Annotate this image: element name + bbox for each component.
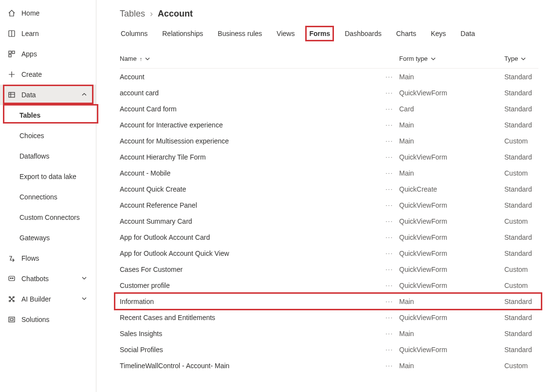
- cell-formtype: Card: [399, 105, 504, 113]
- table-row[interactable]: Account - Mobile ··· Main Custom: [120, 165, 538, 181]
- cell-name[interactable]: Cases For Customer: [120, 266, 380, 273]
- cell-formtype: QuickViewForm: [399, 233, 504, 241]
- cell-name[interactable]: Account Quick Create: [120, 185, 380, 193]
- cell-formtype: QuickViewForm: [399, 266, 504, 273]
- cell-formtype: Main: [399, 362, 504, 370]
- cell-name[interactable]: Sales Insights: [120, 330, 380, 338]
- sidebar-item-export-to-data-lake[interactable]: Export to data lake: [0, 166, 96, 187]
- cell-name[interactable]: Account Card form: [120, 105, 380, 113]
- column-header-name[interactable]: Name ↑: [120, 55, 380, 62]
- tab-views[interactable]: Views: [276, 28, 295, 39]
- cell-name[interactable]: Account for Interactive experience: [120, 121, 380, 129]
- table-row[interactable]: Account Reference Panel ··· QuickViewFor…: [120, 197, 538, 213]
- table-row[interactable]: Account Quick Create ··· QuickCreate Sta…: [120, 181, 538, 197]
- table-row[interactable]: Account ··· Main Standard: [120, 69, 538, 85]
- row-actions-button[interactable]: ···: [380, 266, 399, 273]
- row-actions-button[interactable]: ···: [380, 330, 399, 337]
- cell-name[interactable]: Account: [120, 73, 380, 81]
- cell-name[interactable]: TimelineWallControl - Account- Main: [120, 362, 380, 370]
- sidebar-item-tables[interactable]: Tables: [0, 105, 96, 125]
- table-row[interactable]: Account Summary Card ··· QuickViewForm C…: [120, 213, 538, 229]
- cell-name[interactable]: Recent Cases and Entitlements: [120, 314, 380, 321]
- row-actions-button[interactable]: ···: [380, 202, 399, 209]
- column-header-type[interactable]: Type: [504, 55, 538, 62]
- sidebar-item-dataflows[interactable]: Dataflows: [0, 146, 96, 166]
- table-row[interactable]: Information ··· Main Standard: [120, 293, 538, 309]
- row-actions-button[interactable]: ···: [380, 218, 399, 225]
- breadcrumb-parent[interactable]: Tables: [120, 9, 145, 19]
- row-actions-button[interactable]: ···: [380, 282, 399, 289]
- row-actions-button[interactable]: ···: [380, 250, 399, 257]
- sidebar-item-chatbots[interactable]: Chatbots: [0, 268, 96, 289]
- cell-name[interactable]: Customer profile: [120, 282, 380, 289]
- cell-formtype: Main: [399, 169, 504, 177]
- tab-forms[interactable]: Forms: [308, 28, 331, 39]
- cell-name[interactable]: App for Outlook Account Quick View: [120, 249, 380, 257]
- table-row[interactable]: Sales Insights ··· Main Standard: [120, 325, 538, 341]
- cell-name[interactable]: Account Reference Panel: [120, 201, 380, 209]
- table-row[interactable]: Customer profile ··· QuickViewForm Custo…: [120, 277, 538, 293]
- sidebar-item-solutions[interactable]: Solutions: [0, 309, 96, 330]
- cell-name[interactable]: Account Hierarchy Tile Form: [120, 153, 380, 161]
- sidebar-item-create[interactable]: Create: [0, 64, 96, 85]
- table-row[interactable]: Cases For Customer ··· QuickViewForm Cus…: [120, 261, 538, 277]
- sidebar-item-data[interactable]: Data: [0, 85, 96, 105]
- row-actions-button[interactable]: ···: [380, 314, 399, 321]
- column-header-formtype[interactable]: Form type: [399, 55, 504, 62]
- sidebar-item-gateways[interactable]: Gateways: [0, 228, 96, 248]
- table-row[interactable]: Account Card form ··· Card Standard: [120, 101, 538, 117]
- row-actions-button[interactable]: ···: [380, 154, 399, 160]
- row-actions-button[interactable]: ···: [380, 122, 399, 128]
- svg-point-6: [10, 278, 11, 279]
- table-row[interactable]: Recent Cases and Entitlements ··· QuickV…: [120, 309, 538, 325]
- tab-data[interactable]: Data: [460, 28, 476, 39]
- table-row[interactable]: Account for Interactive experience ··· M…: [120, 117, 538, 133]
- row-actions-button[interactable]: ···: [380, 89, 399, 96]
- table-row[interactable]: account card ··· QuickViewForm Standard: [120, 85, 538, 101]
- table-row[interactable]: TimelineWallControl - Account- Main ··· …: [120, 357, 538, 374]
- tab-keys[interactable]: Keys: [430, 28, 447, 39]
- sidebar-item-label: Home: [21, 9, 88, 17]
- sidebar-item-connections[interactable]: Connections: [0, 187, 96, 207]
- tab-columns[interactable]: Columns: [120, 28, 148, 39]
- cell-type: Custom: [504, 137, 538, 145]
- cell-type: Standard: [504, 298, 538, 305]
- chevron-up-icon: [81, 91, 88, 98]
- row-actions-button[interactable]: ···: [380, 186, 399, 193]
- sidebar-item-custom-connectors[interactable]: Custom Connectors: [0, 207, 96, 228]
- sidebar-item-flows[interactable]: Flows: [0, 248, 96, 268]
- row-actions-button[interactable]: ···: [380, 298, 399, 305]
- tab-business-rules[interactable]: Business rules: [217, 28, 263, 39]
- table-row[interactable]: App for Outlook Account Card ··· QuickVi…: [120, 229, 538, 245]
- cell-name[interactable]: App for Outlook Account Card: [120, 233, 380, 241]
- chevron-down-icon: [431, 56, 436, 61]
- table-row[interactable]: Account for Multisession experience ··· …: [120, 133, 538, 149]
- row-actions-button[interactable]: ···: [380, 106, 399, 112]
- row-actions-button[interactable]: ···: [380, 234, 399, 241]
- row-actions-button[interactable]: ···: [380, 138, 399, 144]
- sidebar-item-apps[interactable]: Apps: [0, 44, 96, 64]
- chevron-down-icon: [145, 56, 150, 61]
- cell-name[interactable]: Account for Multisession experience: [120, 137, 380, 145]
- sidebar-item-learn[interactable]: Learn: [0, 23, 96, 44]
- cell-name[interactable]: Account Summary Card: [120, 217, 380, 225]
- cell-name[interactable]: Social Profiles: [120, 346, 380, 354]
- chevron-down-icon: [81, 296, 88, 303]
- row-actions-button[interactable]: ···: [380, 73, 399, 80]
- cell-name[interactable]: Account - Mobile: [120, 169, 380, 177]
- table-row[interactable]: Social Profiles ··· QuickViewForm Standa…: [120, 341, 538, 357]
- row-actions-button[interactable]: ···: [380, 362, 399, 369]
- sidebar-item-choices[interactable]: Choices: [0, 125, 96, 146]
- sidebar-item-home[interactable]: Home: [0, 3, 96, 23]
- tab-dashboards[interactable]: Dashboards: [344, 28, 383, 39]
- tab-relationships[interactable]: Relationships: [161, 28, 204, 39]
- sidebar-item-ai-builder[interactable]: AI Builder: [0, 289, 96, 309]
- sidebar-item-label: Chatbots: [21, 275, 75, 283]
- table-row[interactable]: Account Hierarchy Tile Form ··· QuickVie…: [120, 149, 538, 165]
- row-actions-button[interactable]: ···: [380, 170, 399, 177]
- tab-charts[interactable]: Charts: [395, 28, 417, 39]
- cell-name[interactable]: Information: [120, 298, 380, 305]
- cell-name[interactable]: account card: [120, 89, 380, 97]
- row-actions-button[interactable]: ···: [380, 346, 399, 353]
- table-row[interactable]: App for Outlook Account Quick View ··· Q…: [120, 245, 538, 261]
